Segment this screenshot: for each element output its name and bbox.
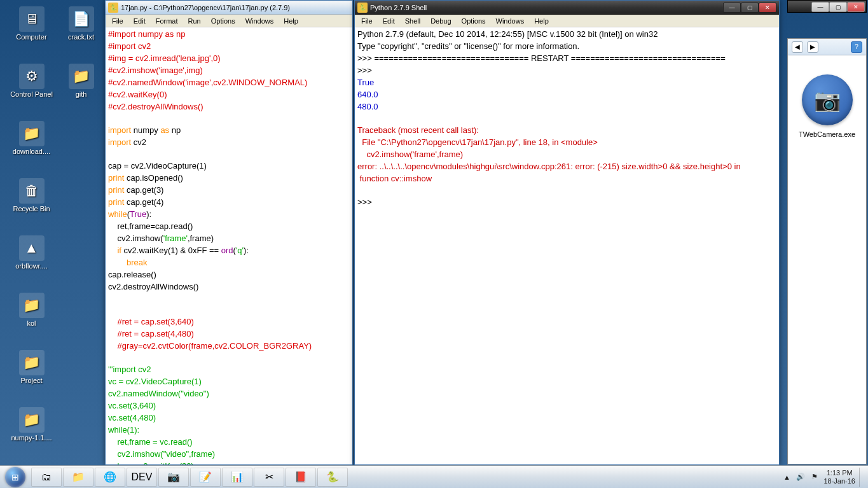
shell-close-button[interactable]: ✕: [759, 3, 776, 13]
start-button[interactable]: [0, 466, 31, 489]
shell-min-button[interactable]: —: [723, 3, 741, 13]
menu-item[interactable]: Windows: [240, 16, 279, 26]
tray-clock[interactable]: 1:13 PM 18-Jan-16: [823, 469, 855, 484]
menu-item[interactable]: Debug: [425, 16, 456, 26]
desktop-icon-label: Project: [8, 377, 55, 384]
nav-forward-button[interactable]: ▶: [807, 41, 818, 53]
python-icon: 🐍: [357, 3, 368, 13]
taskbar-button[interactable]: ✂: [254, 468, 284, 487]
side-panel-content: 📷 TWebCamera.exe: [788, 55, 866, 138]
shell-max-button[interactable]: ▢: [741, 3, 759, 13]
desktop-icon-glyph: 🖥: [19, 6, 45, 32]
desktop-icon-label: orbflowr....: [8, 262, 55, 270]
desktop-icon-label: kol: [8, 319, 55, 327]
desktop-icon[interactable]: 🗑Recycle Bin: [8, 178, 55, 213]
python-icon: 🐍: [108, 3, 118, 13]
desktop-icon[interactable]: 📁Project: [8, 350, 55, 384]
bg-min-button[interactable]: —: [811, 2, 829, 12]
desktop-icon[interactable]: 📁download....: [8, 121, 55, 155]
desktop-icon-label: gith: [57, 90, 105, 98]
show-desktop-button[interactable]: [859, 468, 864, 487]
taskbar-button[interactable]: 📷: [158, 468, 189, 487]
camera-label: TWebCamera.exe: [788, 130, 866, 138]
menu-item[interactable]: File: [107, 16, 128, 26]
taskbar-button[interactable]: 📝: [190, 468, 221, 487]
tray-time: 1:13 PM: [823, 469, 855, 477]
idle-editor-window: 🐍 17jan.py - C:\Python27\opgencv\17jan\1…: [105, 0, 353, 465]
menu-item[interactable]: Edit: [378, 16, 400, 26]
taskbar-button[interactable]: 📊: [222, 468, 252, 487]
desktop-icon-label: Recycle Bin: [8, 205, 55, 213]
editor-titlebar[interactable]: 🐍 17jan.py - C:\Python27\opgencv\17jan\1…: [106, 1, 352, 15]
menu-item[interactable]: Help: [529, 16, 554, 26]
desktop[interactable]: — ▢ ✕ ◀ ▶ ? 📷 TWebCamera.exe 🖥Computer📄c…: [0, 0, 868, 488]
desktop-icon-glyph: 📁: [19, 293, 45, 318]
nav-back-button[interactable]: ◀: [792, 41, 803, 53]
taskbar-button[interactable]: 🐍: [317, 468, 348, 487]
editor-code-area[interactable]: #import numpy as np #import cv2 #img = c…: [106, 27, 352, 464]
desktop-icon-label: Control Panel: [8, 90, 55, 98]
desktop-icon-glyph: 📄: [69, 6, 94, 32]
desktop-icon[interactable]: 📄crack.txt: [57, 6, 105, 41]
system-tray: ▲ 🔊 ⚑ 1:13 PM 18-Jan-16: [778, 468, 868, 487]
menu-item[interactable]: Options: [457, 16, 491, 26]
desktop-icon-label: Computer: [8, 33, 55, 41]
menu-item[interactable]: File: [356, 16, 378, 26]
taskbar-button[interactable]: 🌐: [95, 468, 125, 487]
desktop-icon[interactable]: 📁numpy-1.1....: [8, 407, 55, 442]
desktop-icon-glyph: 🗑: [19, 178, 45, 204]
shell-menubar: FileEditShellDebugOptionsWindowsHelp: [355, 15, 779, 27]
taskbar-button[interactable]: 🗂: [31, 468, 62, 487]
background-window: — ▢ ✕: [787, 0, 867, 13]
desktop-icon-label: numpy-1.1....: [8, 434, 55, 442]
desktop-icon-glyph: ▲: [19, 235, 45, 261]
taskbar-button[interactable]: DEV: [127, 468, 157, 487]
desktop-icon-glyph: 📁: [19, 407, 45, 433]
desktop-icon[interactable]: 📁gith: [57, 64, 105, 98]
desktop-icon[interactable]: 🖥Computer: [8, 6, 55, 41]
desktop-icon[interactable]: 📁kol: [8, 293, 55, 327]
shell-output-area[interactable]: Python 2.7.9 (default, Dec 10 2014, 12:2…: [355, 27, 779, 464]
tray-volume-icon[interactable]: 🔊: [796, 472, 806, 482]
bg-close-button[interactable]: ✕: [847, 2, 865, 12]
menu-item[interactable]: Help: [279, 16, 303, 26]
desktop-icon-label: download....: [8, 148, 55, 155]
desktop-icon-label: crack.txt: [57, 33, 105, 41]
menu-item[interactable]: Windows: [491, 16, 530, 26]
side-panel-window: ◀ ▶ ? 📷 TWebCamera.exe: [787, 38, 867, 464]
taskbar-button[interactable]: 📁: [63, 468, 93, 487]
desktop-icon-glyph: 📁: [19, 121, 45, 146]
camera-icon[interactable]: 📷: [802, 74, 853, 125]
shell-title: Python 2.7.9 Shell: [370, 4, 723, 11]
editor-menubar: FileEditFormatRunOptionsWindowsHelp: [106, 15, 352, 27]
windows-orb-icon: [5, 467, 25, 487]
taskbar: 🗂📁🌐DEV📷📝📊✂📕🐍 ▲ 🔊 ⚑ 1:13 PM 18-Jan-16: [0, 465, 868, 488]
bg-max-button[interactable]: ▢: [829, 2, 847, 12]
menu-item[interactable]: Options: [206, 16, 240, 26]
menu-item[interactable]: Run: [183, 16, 206, 26]
menu-item[interactable]: Shell: [400, 16, 425, 26]
tray-flag-icon[interactable]: ⚑: [809, 472, 820, 482]
python-shell-window: 🐍 Python 2.7.9 Shell — ▢ ✕ FileEditShell…: [354, 0, 780, 465]
desktop-icon[interactable]: ▲orbflowr....: [8, 235, 55, 270]
side-panel-toolbar: ◀ ▶ ?: [788, 39, 866, 55]
tray-date: 18-Jan-16: [823, 477, 855, 485]
taskbar-button[interactable]: 📕: [286, 468, 316, 487]
menu-item[interactable]: Edit: [128, 16, 151, 26]
desktop-icon-glyph: 📁: [19, 350, 45, 375]
shell-titlebar[interactable]: 🐍 Python 2.7.9 Shell — ▢ ✕: [355, 1, 779, 15]
desktop-icon-glyph: 📁: [69, 64, 94, 89]
desktop-icon[interactable]: ⚙Control Panel: [8, 64, 55, 98]
help-button[interactable]: ?: [851, 41, 862, 53]
tray-show-hidden-button[interactable]: ▲: [782, 472, 792, 482]
menu-item[interactable]: Format: [151, 16, 183, 26]
desktop-icon-glyph: ⚙: [19, 64, 45, 89]
editor-title: 17jan.py - C:\Python27\opgencv\17jan\17j…: [121, 4, 350, 11]
